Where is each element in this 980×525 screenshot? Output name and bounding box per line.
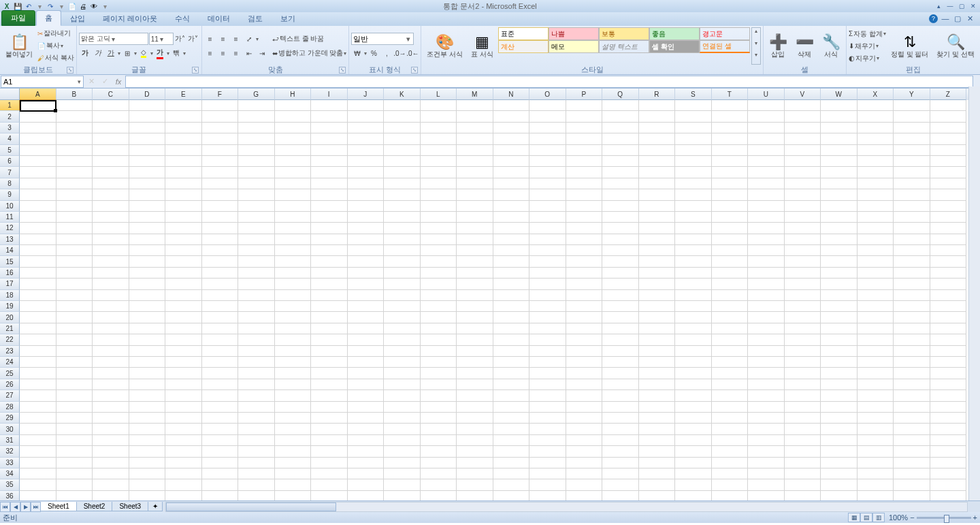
cell[interactable] xyxy=(858,223,894,234)
row-header[interactable]: 9 xyxy=(0,189,20,200)
cell[interactable] xyxy=(202,178,239,189)
cell[interactable] xyxy=(93,491,129,500)
cell[interactable] xyxy=(894,189,930,200)
cell[interactable] xyxy=(348,123,385,133)
qat-item-icon[interactable]: 👁 xyxy=(89,1,99,11)
cell[interactable] xyxy=(457,323,493,334)
cell[interactable] xyxy=(348,468,385,479)
cell[interactable] xyxy=(165,402,202,413)
qat-item-icon[interactable]: 🖨 xyxy=(78,1,88,11)
cell[interactable] xyxy=(712,234,749,245)
cell[interactable] xyxy=(930,334,967,345)
delete-cells-button[interactable]: ➖삭제 xyxy=(792,27,817,65)
cell[interactable] xyxy=(129,268,166,279)
cell[interactable] xyxy=(748,133,785,144)
cell[interactable] xyxy=(457,123,493,133)
cell[interactable] xyxy=(56,223,93,234)
cell[interactable] xyxy=(566,346,603,357)
cell[interactable] xyxy=(566,268,603,279)
cell[interactable] xyxy=(129,301,166,312)
cell[interactable] xyxy=(712,402,749,413)
cell[interactable] xyxy=(712,256,749,267)
cell[interactable] xyxy=(930,189,967,200)
zoom-out-button[interactable]: − xyxy=(910,513,914,522)
cell[interactable] xyxy=(821,279,858,289)
cell[interactable] xyxy=(202,167,239,178)
cell[interactable] xyxy=(566,212,603,223)
cell[interactable] xyxy=(602,178,639,189)
cell[interactable] xyxy=(202,123,239,133)
cell[interactable] xyxy=(639,111,676,122)
cell[interactable] xyxy=(529,390,566,401)
style-normal[interactable]: 표준 xyxy=(498,27,549,40)
cell[interactable] xyxy=(20,435,56,446)
cell[interactable] xyxy=(529,111,566,122)
cell[interactable] xyxy=(275,402,312,413)
cell[interactable] xyxy=(602,245,639,256)
cell[interactable] xyxy=(858,390,894,401)
autosum-button[interactable]: Σ자동 합계▾ xyxy=(849,28,886,40)
cell[interactable] xyxy=(56,145,93,156)
clear-button[interactable]: ◐지우기▾ xyxy=(849,52,886,65)
cell[interactable] xyxy=(566,156,603,167)
cell[interactable] xyxy=(566,424,603,434)
border-button[interactable]: ⊞ xyxy=(121,47,133,59)
cell[interactable] xyxy=(311,156,348,167)
cell[interactable] xyxy=(238,279,275,289)
row-header[interactable]: 4 xyxy=(0,133,20,144)
cell[interactable] xyxy=(894,390,930,401)
cell[interactable] xyxy=(675,435,712,446)
col-header[interactable]: K xyxy=(384,89,421,100)
cell[interactable] xyxy=(785,323,821,334)
cell[interactable] xyxy=(785,435,821,446)
cell[interactable] xyxy=(566,145,603,156)
cell[interactable] xyxy=(748,334,785,345)
cell[interactable] xyxy=(457,491,493,500)
cell[interactable] xyxy=(384,256,421,267)
percent-button[interactable]: % xyxy=(368,47,380,59)
cell[interactable] xyxy=(311,424,348,434)
cell[interactable] xyxy=(858,145,894,156)
cell[interactable] xyxy=(712,458,749,468)
number-format-combo[interactable]: 일반▾ xyxy=(351,33,414,45)
row-header[interactable]: 2 xyxy=(0,111,20,122)
cell[interactable] xyxy=(748,268,785,279)
cell[interactable] xyxy=(748,279,785,289)
cell[interactable] xyxy=(421,479,457,490)
cell[interactable] xyxy=(384,413,421,424)
col-header[interactable]: I xyxy=(311,89,348,100)
cell[interactable] xyxy=(20,279,56,289)
cell[interactable] xyxy=(384,379,421,390)
dialog-launcher-icon[interactable]: ⤡ xyxy=(339,67,346,74)
cell[interactable] xyxy=(311,145,348,156)
cell[interactable] xyxy=(129,178,166,189)
minimize-ribbon-icon[interactable]: ▴ xyxy=(933,2,944,10)
cell[interactable] xyxy=(238,234,275,245)
cell[interactable] xyxy=(930,435,967,446)
cell[interactable] xyxy=(675,379,712,390)
row-header[interactable]: 8 xyxy=(0,178,20,189)
cell[interactable] xyxy=(930,268,967,279)
cell[interactable] xyxy=(202,156,239,167)
cell[interactable] xyxy=(858,133,894,144)
cell[interactable] xyxy=(384,178,421,189)
cell[interactable] xyxy=(858,357,894,368)
cell[interactable] xyxy=(639,268,676,279)
cell[interactable] xyxy=(384,212,421,223)
cell[interactable] xyxy=(821,234,858,245)
cell[interactable] xyxy=(858,189,894,200)
format-cells-button[interactable]: 🔧서식 xyxy=(819,27,844,65)
cell[interactable] xyxy=(165,413,202,424)
cell[interactable] xyxy=(202,424,239,434)
select-all-corner[interactable] xyxy=(0,89,20,100)
cell[interactable] xyxy=(93,334,129,345)
col-header[interactable]: O xyxy=(529,89,566,100)
cell[interactable] xyxy=(275,223,312,234)
cell[interactable] xyxy=(821,346,858,357)
cell[interactable] xyxy=(785,301,821,312)
cell[interactable] xyxy=(602,334,639,345)
cell[interactable] xyxy=(493,301,530,312)
cell[interactable] xyxy=(311,446,348,457)
cell[interactable] xyxy=(421,201,457,212)
cell[interactable] xyxy=(493,234,530,245)
